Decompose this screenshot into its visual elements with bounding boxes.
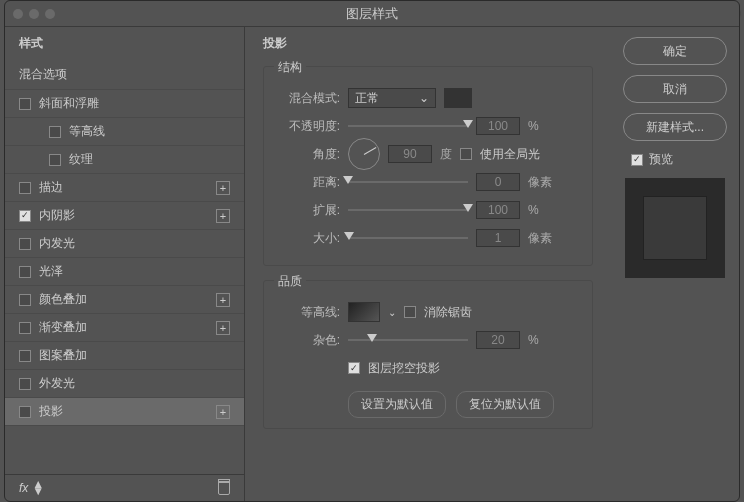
distance-label: 距离: [278, 174, 340, 191]
effect-stroke[interactable]: 描边+ [5, 174, 244, 202]
styles-header: 样式 [5, 27, 244, 60]
size-label: 大小: [278, 230, 340, 247]
knockout-check[interactable]: ✓ [348, 362, 360, 374]
effect-satin[interactable]: 光泽 [5, 258, 244, 286]
add-icon[interactable]: + [216, 405, 230, 419]
checkbox[interactable]: ✓ [19, 210, 31, 222]
antialias-label: 消除锯齿 [424, 304, 472, 321]
checkbox[interactable] [19, 238, 31, 250]
blend-mode-label: 混合模式: [278, 90, 340, 107]
new-style-button[interactable]: 新建样式... [623, 113, 727, 141]
effect-inner-glow[interactable]: 内发光 [5, 230, 244, 258]
make-default-button[interactable]: 设置为默认值 [348, 391, 446, 418]
add-icon[interactable]: + [216, 293, 230, 307]
add-icon[interactable]: + [216, 321, 230, 335]
preview-box [625, 178, 725, 278]
effect-contour[interactable]: 等高线 [5, 118, 244, 146]
add-icon[interactable]: + [216, 181, 230, 195]
global-light-check[interactable] [460, 148, 472, 160]
dialog-title: 图层样式 [346, 5, 398, 23]
effect-outer-glow[interactable]: 外发光 [5, 370, 244, 398]
spread-label: 扩展: [278, 202, 340, 219]
window-max[interactable] [45, 9, 55, 19]
checkbox[interactable] [19, 98, 31, 110]
cancel-button[interactable]: 取消 [623, 75, 727, 103]
blend-mode-select[interactable]: 正常⌄ [348, 88, 436, 108]
angle-label: 角度: [278, 146, 340, 163]
contour-picker[interactable] [348, 302, 380, 322]
noise-label: 杂色: [278, 332, 340, 349]
checkbox[interactable] [19, 182, 31, 194]
knockout-label: 图层挖空投影 [368, 360, 440, 377]
checkbox[interactable] [49, 154, 61, 166]
effect-drop-shadow[interactable]: 投影+ [5, 398, 244, 426]
global-light-label: 使用全局光 [480, 146, 540, 163]
fieldset-structure: 结构 [274, 59, 306, 76]
effect-inner-shadow[interactable]: ✓内阴影+ [5, 202, 244, 230]
opacity-value[interactable]: 100 [476, 117, 520, 135]
fx-menu[interactable]: fx▲▼ [19, 481, 44, 495]
blend-options[interactable]: 混合选项 [5, 60, 244, 90]
window-close[interactable] [13, 9, 23, 19]
reset-default-button[interactable]: 复位为默认值 [456, 391, 554, 418]
ok-button[interactable]: 确定 [623, 37, 727, 65]
spread-value[interactable]: 100 [476, 201, 520, 219]
checkbox[interactable] [19, 266, 31, 278]
effect-bevel[interactable]: 斜面和浮雕 [5, 90, 244, 118]
noise-slider[interactable] [348, 339, 468, 341]
window-min[interactable] [29, 9, 39, 19]
opacity-label: 不透明度: [278, 118, 340, 135]
trash-icon[interactable] [218, 481, 230, 495]
spread-slider[interactable] [348, 209, 468, 211]
effect-gradient-overlay[interactable]: 渐变叠加+ [5, 314, 244, 342]
checkbox[interactable] [19, 378, 31, 390]
effect-pattern-overlay[interactable]: 图案叠加 [5, 342, 244, 370]
effect-color-overlay[interactable]: 颜色叠加+ [5, 286, 244, 314]
distance-slider[interactable] [348, 181, 468, 183]
fieldset-quality: 品质 [274, 273, 306, 290]
distance-value[interactable]: 0 [476, 173, 520, 191]
checkbox[interactable] [49, 126, 61, 138]
add-icon[interactable]: + [216, 209, 230, 223]
antialias-check[interactable] [404, 306, 416, 318]
size-value[interactable]: 1 [476, 229, 520, 247]
angle-value[interactable]: 90 [388, 145, 432, 163]
angle-dial[interactable] [348, 138, 380, 170]
effect-texture[interactable]: 纹理 [5, 146, 244, 174]
opacity-slider[interactable] [348, 125, 468, 127]
color-swatch[interactable] [444, 88, 472, 108]
preview-label: 预览 [649, 151, 673, 168]
contour-label: 等高线: [278, 304, 340, 321]
checkbox[interactable] [19, 406, 31, 418]
checkbox[interactable] [19, 322, 31, 334]
preview-check[interactable]: ✓ [631, 154, 643, 166]
size-slider[interactable] [348, 237, 468, 239]
section-title: 投影 [263, 35, 593, 52]
noise-value[interactable]: 20 [476, 331, 520, 349]
checkbox[interactable] [19, 294, 31, 306]
checkbox[interactable] [19, 350, 31, 362]
